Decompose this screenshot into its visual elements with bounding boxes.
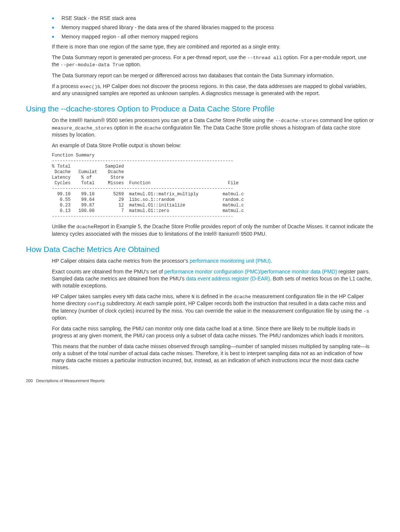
- inline-code: measure_dcache_stores: [52, 125, 113, 131]
- body-paragraph: Unlike the dcacheReport in Example 5, th…: [52, 223, 374, 237]
- desc: - the data area of the shared libraries …: [133, 24, 274, 30]
- body-paragraph: HP Caliper obtains data cache metrics fr…: [52, 257, 374, 265]
- text: option in the: [113, 125, 144, 131]
- body-paragraph: The Data Summary report can be merged or…: [52, 72, 374, 79]
- inline-code: config: [87, 301, 105, 307]
- text: Report in Example 5, the Dcache Store Pr…: [52, 223, 373, 237]
- inline-code: --per-module-data True: [60, 62, 124, 68]
- pmu-link[interactable]: performance monitoring unit (PMU): [190, 258, 271, 264]
- d-ear-link[interactable]: data event address register (D-EAR): [186, 276, 270, 282]
- inline-code: -s: [363, 309, 369, 314]
- function-summary-code-block: Function Summary -----------------------…: [52, 153, 374, 219]
- text: option.: [52, 315, 67, 321]
- body-paragraph: For data cache miss sampling, the PMU ca…: [52, 325, 374, 339]
- inline-code: dcache: [234, 294, 251, 300]
- page-footer: 200 Descriptions of Measurement Reports: [26, 378, 374, 384]
- text: HP Caliper takes samples every: [52, 293, 127, 299]
- inline-code: exec(): [80, 84, 97, 90]
- text: option.: [124, 61, 141, 67]
- text: The Data Summary report is generated per…: [52, 54, 247, 60]
- text: .: [271, 258, 272, 264]
- body-paragraph: Exact counts are obtained from the PMU's…: [52, 268, 374, 289]
- text: command line option or: [319, 117, 374, 123]
- body-paragraph: HP Caliper takes samples every Nth data …: [52, 293, 374, 322]
- text: If a process: [52, 83, 80, 89]
- body-paragraph: This means that the number of data cache…: [52, 343, 374, 371]
- memory-region-list: RSE Stack - the RSE stack area Memory ma…: [41, 15, 374, 40]
- desc: - all other memory mapped regions: [116, 34, 198, 40]
- body-paragraph: If there is more than one region of the …: [52, 43, 374, 50]
- text: Unlike the: [52, 223, 76, 229]
- body-paragraph: An example of Data Store Profile output …: [52, 142, 374, 149]
- text: Exact counts are obtained from the PMU's…: [52, 269, 164, 275]
- body-paragraph: On the Intel® Itanium® 9500 series proce…: [52, 117, 374, 138]
- inline-code: N: [191, 294, 194, 300]
- body-paragraph: If a process exec()s, HP Caliper does no…: [52, 83, 374, 97]
- term: Memory mapped region: [61, 34, 116, 40]
- inline-code: dcache: [76, 224, 94, 230]
- text: th data cache miss, where: [130, 293, 192, 299]
- pmc-pmd-link[interactable]: performance monitor configuration (PMC)/…: [164, 269, 337, 275]
- term: RSE Stack: [61, 15, 87, 21]
- inline-code: --dcache-stores: [275, 118, 319, 124]
- text: is defined in the: [194, 293, 234, 299]
- inline-code: dcache: [144, 125, 161, 131]
- inline-code: N: [127, 294, 130, 300]
- section-heading-metrics: How Data Cache Metrics Are Obtained: [26, 244, 374, 255]
- desc: - the RSE stack area: [87, 15, 136, 21]
- text: On the Intel® Itanium® 9500 series proce…: [52, 117, 275, 123]
- term: Memory mapped shared library: [61, 24, 133, 30]
- inline-code: --thread all: [247, 55, 282, 61]
- body-paragraph: The Data Summary report is generated per…: [52, 54, 374, 68]
- list-item: Memory mapped shared library - the data …: [52, 24, 374, 31]
- page-number: 200: [26, 378, 33, 383]
- list-item: Memory mapped region - all other memory …: [52, 33, 374, 40]
- section-heading-dcache-stores: Using the --dcache-stores Option to Prod…: [26, 104, 374, 114]
- footer-title: Descriptions of Measurement Reports: [36, 378, 105, 383]
- text: HP Caliper obtains data cache metrics fr…: [52, 258, 190, 264]
- list-item: RSE Stack - the RSE stack area: [52, 15, 374, 22]
- text: s, HP Caliper does not discover the proc…: [52, 83, 367, 97]
